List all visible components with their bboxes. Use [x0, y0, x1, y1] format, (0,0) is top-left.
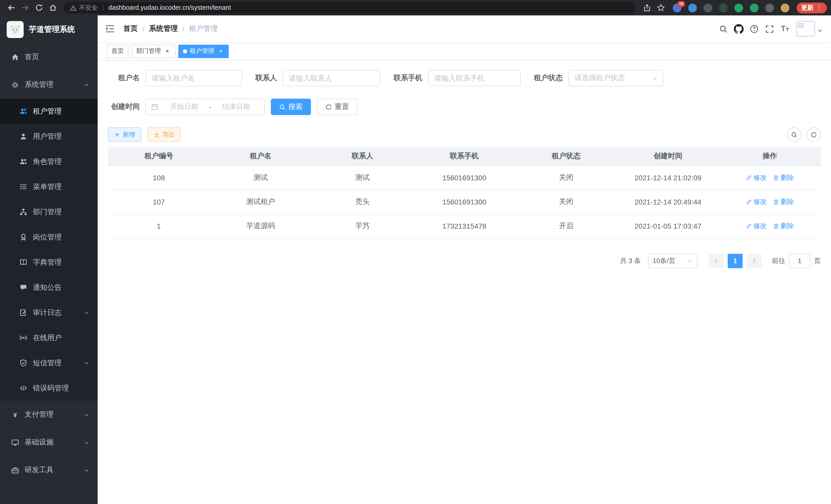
sidebar-item-menu[interactable]: 菜单管理 — [0, 174, 98, 199]
cell-actions: 修改删除 — [719, 189, 821, 214]
url-text: dashboard.yudao.iocoder.cn/system/tenant — [109, 4, 231, 11]
cell-status: 关闭 — [515, 166, 617, 189]
tab-close-icon[interactable] — [217, 48, 224, 55]
breadcrumb-system[interactable]: 系统管理 — [149, 24, 178, 33]
delete-link[interactable]: 删除 — [773, 173, 794, 182]
sidebar-item-label: 支付管理 — [25, 410, 53, 419]
reload-button[interactable] — [32, 1, 46, 14]
sidebar-item-role[interactable]: 角色管理 — [0, 149, 98, 174]
export-button[interactable]: 导出 — [147, 127, 181, 142]
reset-button[interactable]: 重置 — [317, 99, 357, 115]
phone-input[interactable] — [428, 70, 521, 86]
edit-link[interactable]: 修改 — [746, 197, 767, 206]
sidebar-item-user[interactable]: 用户管理 — [0, 124, 98, 149]
app-logo-row[interactable]: 芋道管理系统 — [0, 16, 98, 43]
edit-icon — [746, 223, 752, 229]
sidebar-item-system[interactable]: 系统管理 — [0, 71, 98, 99]
app-layout: 芋道管理系统 首页系统管理租户管理用户管理角色管理菜单管理部门管理岗位管理字典管… — [0, 16, 831, 504]
tenant-name-input[interactable] — [145, 70, 242, 86]
cell-actions: 修改删除 — [719, 214, 821, 238]
add-button[interactable]: 新增 — [108, 127, 141, 142]
toggle-search-button[interactable] — [787, 127, 801, 142]
contact-input[interactable] — [283, 70, 380, 86]
sidebar-item-errorcode[interactable]: 错误码管理 — [0, 376, 98, 401]
fullscreen-icon[interactable] — [762, 21, 777, 36]
comment-icon — [20, 284, 27, 291]
page-1-button[interactable]: 1 — [728, 254, 743, 268]
cell-actions: 修改删除 — [719, 166, 821, 189]
avatar[interactable] — [797, 21, 815, 36]
back-button[interactable] — [4, 1, 18, 14]
share-button[interactable] — [640, 1, 654, 14]
menu-kebab-icon: ⋮ — [816, 4, 822, 11]
tab-close-icon[interactable] — [164, 48, 171, 55]
tab-home[interactable]: 首页 — [107, 45, 128, 58]
sidebar-item-post[interactable]: 岗位管理 — [0, 225, 98, 250]
reset-button-label: 重置 — [335, 102, 349, 112]
users-icon — [20, 158, 27, 166]
next-page-button[interactable] — [747, 254, 762, 268]
tenant-status-select[interactable]: 请选择租户状态 — [568, 70, 663, 86]
extension-icon[interactable] — [750, 3, 758, 12]
tab-dept[interactable]: 部门管理 — [132, 45, 175, 58]
warning-icon — [70, 4, 77, 11]
chevron-up-icon — [84, 82, 89, 88]
broadcast-icon — [20, 334, 27, 342]
refresh-icon — [325, 103, 332, 110]
home-button[interactable] — [46, 1, 60, 14]
update-button[interactable]: 更新 ⋮ — [797, 2, 827, 13]
edit-link[interactable]: 修改 — [746, 221, 767, 230]
tab-tenant[interactable]: 租户管理 — [178, 45, 229, 58]
phone-field: 联系手机 — [394, 70, 521, 86]
extension-icon[interactable] — [735, 3, 743, 12]
sidebar-item-sms[interactable]: 短信管理 — [0, 350, 98, 376]
extension-icon[interactable] — [704, 3, 712, 12]
extension-icon[interactable] — [765, 3, 774, 12]
sidebar-toggle-icon[interactable] — [105, 24, 115, 34]
sidebar-item-notice[interactable]: 通知公告 — [0, 275, 98, 300]
sidebar-item-dict[interactable]: 字典管理 — [0, 250, 98, 275]
bookmark-star-button[interactable] — [654, 1, 667, 14]
sitemap-icon — [20, 208, 27, 216]
cell-created: 2021-12-14 21:02:09 — [617, 166, 719, 189]
sidebar-item-dept[interactable]: 部门管理 — [0, 199, 98, 225]
search-icon[interactable] — [715, 21, 731, 36]
sidebar-item-tenant[interactable]: 租户管理 — [0, 99, 98, 124]
chevron-down-icon — [84, 360, 89, 366]
sidebar-item-audit[interactable]: 审计日志 — [0, 300, 98, 325]
create-time-field: 创建时间 开始日期 - 结束日期 — [108, 99, 265, 115]
extensions-area: 10 — [673, 3, 790, 12]
goto-page-input[interactable] — [789, 254, 810, 268]
extension-icon[interactable] — [719, 3, 728, 12]
cell-phone: 15601691300 — [413, 166, 515, 189]
sidebar-item-devtools[interactable]: 研发工具 — [0, 456, 98, 484]
sidebar-item-online[interactable]: 在线用户 — [0, 325, 98, 350]
delete-link-label: 删除 — [781, 221, 794, 230]
address-bar[interactable]: 不安全 dashboard.yudao.iocoder.cn/system/te… — [64, 2, 636, 13]
prev-page-button[interactable] — [709, 254, 724, 268]
forward-button[interactable] — [18, 1, 32, 14]
page-size-select[interactable]: 10条/页 — [648, 254, 697, 268]
fontsize-icon[interactable] — [777, 21, 793, 36]
sidebar-item-pay[interactable]: ¥支付管理 — [0, 401, 98, 428]
caret-down-icon[interactable] — [817, 28, 823, 33]
sidebar-menu: 首页系统管理租户管理用户管理角色管理菜单管理部门管理岗位管理字典管理通知公告审计… — [0, 43, 98, 504]
extension-icon[interactable] — [688, 3, 697, 12]
edit-link[interactable]: 修改 — [746, 173, 767, 182]
add-button-label: 新增 — [123, 130, 135, 139]
breadcrumb-home[interactable]: 首页 — [123, 24, 138, 33]
delete-link-label: 删除 — [781, 173, 794, 182]
navbar-tools — [715, 21, 823, 36]
refresh-table-button[interactable] — [806, 127, 821, 142]
extension-icon[interactable] — [781, 3, 790, 12]
sidebar-item-infra[interactable]: 基础设施 — [0, 428, 98, 456]
delete-link[interactable]: 删除 — [773, 221, 794, 230]
date-range-picker[interactable]: 开始日期 - 结束日期 — [145, 99, 265, 115]
delete-link[interactable]: 删除 — [773, 197, 794, 206]
search-button[interactable]: 搜索 — [271, 99, 311, 115]
breadcrumb-separator: / — [182, 25, 184, 33]
sidebar-item-home[interactable]: 首页 — [0, 43, 98, 71]
github-icon[interactable] — [731, 21, 746, 36]
help-icon[interactable] — [746, 21, 762, 36]
extension-icon[interactable]: 10 — [673, 3, 682, 12]
